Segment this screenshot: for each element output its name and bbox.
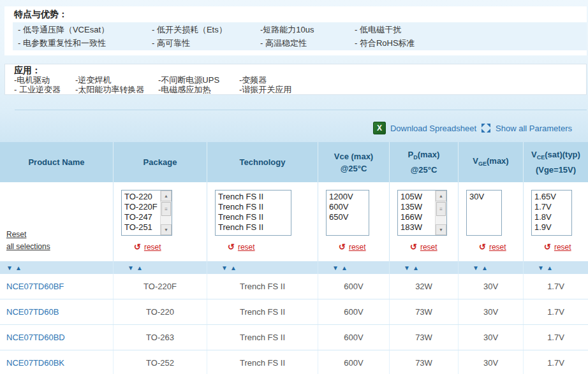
download-spreadsheet-link[interactable]: Download Spreadsheet	[390, 124, 476, 133]
sort-pd-max: ▼ ▲	[390, 261, 459, 274]
reset-package-link[interactable]: reset	[144, 243, 161, 252]
vcesat-cell: 1.7V	[524, 299, 588, 324]
technology-option[interactable]: Trench FS II	[218, 202, 291, 212]
package-cell: TO-220	[114, 299, 207, 324]
scroll-down-icon[interactable]: ▼	[161, 224, 172, 235]
vce-option[interactable]: 600V	[329, 202, 369, 212]
features-list: - 低导通压降（VCEsat） - 低开关损耗（Ets） -短路能力10us -…	[13, 22, 587, 50]
package-option[interactable]: TO-247	[124, 212, 160, 222]
application-item: -电机驱动	[14, 75, 75, 85]
filter-row: Reset all selections TO-220 TO-220F TO-2…	[0, 182, 588, 261]
vcesat-option[interactable]: 1.65V	[534, 192, 571, 202]
applications-row: - 工业逆变器 -太阳能功率转换器 -电磁感应加热 -谐振开关应用	[5, 85, 586, 94]
product-link[interactable]: NCE07TD60BF	[6, 282, 64, 291]
vge-cell: 30V	[459, 350, 524, 374]
reset-vcesat-link[interactable]: reset	[554, 243, 571, 252]
technology-option[interactable]: Trench FS II	[218, 192, 291, 202]
column-header-vge-max: VGE(max)	[459, 142, 524, 182]
sort-desc-icon[interactable]: ▼	[332, 264, 339, 271]
sort-asc-icon[interactable]: ▲	[413, 264, 419, 271]
sort-desc-icon[interactable]: ▼	[221, 264, 228, 271]
column-header-vce-max: Vce (max) @25°C	[318, 142, 390, 182]
vce-listbox[interactable]: 1200V 600V 650V	[326, 190, 369, 236]
scroll-down-icon[interactable]: ▼	[436, 224, 446, 235]
sort-asc-icon[interactable]: ▲	[230, 264, 237, 271]
package-option[interactable]: TO-220F	[124, 202, 160, 212]
pd-option[interactable]: 166W	[401, 212, 435, 222]
scroll-up-icon[interactable]: ▲	[161, 191, 172, 201]
show-all-parameters-link[interactable]: Show all Parameters	[496, 124, 572, 133]
application-item: - 工业逆变器	[14, 85, 75, 94]
package-option[interactable]: TO-251	[124, 222, 160, 233]
feature-item: - 电参数重复性和一致性	[18, 36, 152, 50]
reset-vce-link[interactable]: reset	[349, 243, 366, 252]
pd-cell: 73W	[390, 350, 459, 374]
sort-desc-icon[interactable]: ▼	[473, 264, 479, 271]
technology-listbox[interactable]: Trench FS II Trench FS II Trench FS II T…	[215, 190, 291, 236]
vce-cell: 600V	[318, 350, 390, 374]
listbox-scrollbar[interactable]: ▲ ≡ ▼	[160, 191, 172, 235]
pd-cell: 73W	[390, 325, 459, 350]
pd-option[interactable]: 105W	[401, 192, 435, 202]
scrollbar-thumb[interactable]: ≡	[436, 202, 446, 216]
divider	[15, 110, 587, 110]
package-option[interactable]: TO-220	[124, 192, 160, 202]
sort-asc-icon[interactable]: ▲	[481, 264, 488, 271]
scrollbar-thumb[interactable]: ≡	[161, 202, 171, 216]
pd-listbox[interactable]: 105W 135W 166W 183W ▲ ≡ ▼	[397, 190, 447, 236]
table-row: NCE07TD60BK TO-252 Trench FS II 600V 73W…	[0, 350, 588, 374]
applications-section: 应用： -电机驱动 -逆变焊机 -不间断电源UPS -变频器 - 工业逆变器 -…	[4, 64, 587, 95]
application-item: -谐振开关应用	[239, 85, 586, 94]
sort-desc-icon[interactable]: ▼	[538, 264, 544, 271]
vcesat-option[interactable]: 1.8V	[534, 212, 571, 222]
reset-technology-link[interactable]: reset	[238, 243, 255, 252]
vce-option[interactable]: 1200V	[329, 192, 369, 202]
filter-vce-max: 1200V 600V 650V ↺ reset	[318, 182, 390, 261]
product-link[interactable]: NCE07TD60B	[6, 307, 59, 317]
application-item: -电磁感应加热	[158, 85, 239, 94]
vcesat-option[interactable]: 1.7V	[534, 202, 571, 212]
reset-all-selections-link[interactable]: Reset	[6, 229, 113, 241]
product-link[interactable]: NCE07TD60BK	[6, 358, 64, 368]
pd-option[interactable]: 135W	[401, 202, 435, 212]
package-listbox[interactable]: TO-220 TO-220F TO-247 TO-251 ▲ ≡ ▼	[121, 190, 172, 236]
features-section: 特点与优势： - 低导通压降（VCEsat） - 低开关损耗（Ets） -短路能…	[4, 6, 587, 55]
reset-all-selections-link[interactable]: all selections	[6, 241, 113, 253]
vge-cell: 30V	[459, 274, 524, 299]
sort-asc-icon[interactable]: ▲	[341, 264, 348, 271]
vcesat-option[interactable]: 1.9V	[534, 222, 571, 233]
package-cell: TO-252	[114, 350, 207, 374]
vce-option[interactable]: 650V	[329, 212, 369, 222]
table-body: NCE07TD60BF TO-220F Trench FS II 600V 32…	[0, 274, 588, 374]
sort-package: ▼ ▲	[114, 261, 207, 274]
vcesat-listbox[interactable]: 1.65V 1.7V 1.8V 1.9V	[531, 190, 572, 236]
reset-pd-link[interactable]: reset	[420, 243, 437, 252]
vge-option[interactable]: 30V	[469, 192, 501, 202]
feature-item: - 低电磁干扰	[355, 23, 587, 36]
technology-option[interactable]: Trench FS II	[218, 222, 291, 233]
reset-arrow-icon: ↺	[479, 243, 486, 251]
package-cell: TO-263	[114, 325, 207, 350]
product-link[interactable]: NCE07TD60BD	[6, 333, 65, 342]
scroll-up-icon[interactable]: ▲	[436, 191, 446, 201]
table-row: NCE07TD60BF TO-220F Trench FS II 600V 32…	[0, 274, 588, 299]
column-header-package: Package	[114, 142, 207, 182]
pd-option[interactable]: 183W	[401, 222, 435, 233]
sort-asc-icon[interactable]: ▲	[15, 264, 22, 271]
sort-asc-icon[interactable]: ▲	[547, 264, 553, 271]
vge-listbox[interactable]: 30V	[466, 190, 502, 236]
technology-option[interactable]: Trench FS II	[218, 212, 291, 222]
reset-vge-link[interactable]: reset	[489, 243, 506, 252]
sort-asc-icon[interactable]: ▲	[136, 264, 143, 271]
filter-technology: Trench FS II Trench FS II Trench FS II T…	[207, 182, 318, 261]
features-row: - 低导通压降（VCEsat） - 低开关损耗（Ets） -短路能力10us -…	[13, 23, 587, 36]
sort-desc-icon[interactable]: ▼	[404, 264, 410, 271]
feature-item: - 低导通压降（VCEsat）	[18, 23, 152, 36]
listbox-scrollbar[interactable]: ▲ ≡ ▼	[435, 191, 446, 235]
features-row: - 电参数重复性和一致性 - 高可靠性 - 高温稳定性 - 符合RoHS标准	[13, 36, 587, 50]
vce-cell: 600V	[318, 325, 390, 350]
sort-desc-icon[interactable]: ▼	[128, 264, 134, 271]
sort-desc-icon[interactable]: ▼	[6, 264, 13, 271]
reset-arrow-icon: ↺	[134, 243, 141, 251]
filter-vge-max: 30V ↺ reset	[459, 182, 524, 261]
